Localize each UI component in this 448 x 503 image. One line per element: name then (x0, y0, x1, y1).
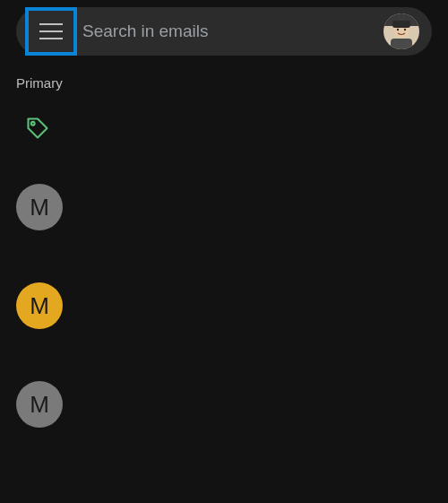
search-bar: Search in emails (16, 7, 432, 56)
section-label: Primary (0, 63, 448, 96)
sender-avatar: M (16, 282, 63, 329)
email-item[interactable]: M (0, 273, 448, 338)
tag-icon (25, 128, 50, 143)
svg-rect-3 (392, 21, 410, 28)
sender-avatar: M (16, 381, 63, 428)
profile-avatar[interactable] (383, 13, 419, 49)
svg-point-7 (31, 122, 35, 126)
svg-point-4 (397, 29, 399, 30)
svg-point-5 (404, 29, 406, 30)
sender-avatar: M (16, 184, 63, 230)
email-item[interactable]: M (0, 175, 448, 239)
search-input[interactable]: Search in emails (82, 22, 383, 41)
categories-row[interactable] (0, 96, 448, 153)
email-item[interactable]: M (0, 372, 448, 437)
menu-button[interactable] (25, 7, 77, 56)
svg-rect-6 (391, 39, 412, 49)
hamburger-icon (39, 23, 63, 39)
